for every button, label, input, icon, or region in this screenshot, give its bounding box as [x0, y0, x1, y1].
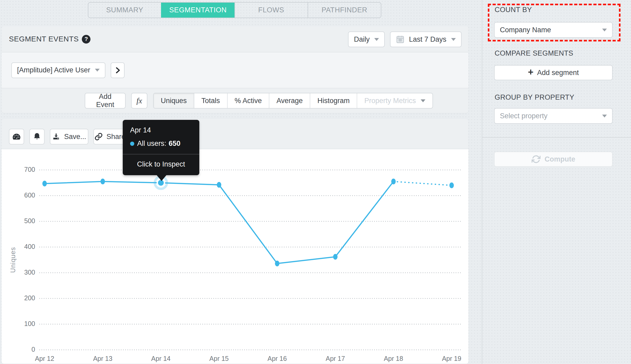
link-icon [94, 132, 103, 141]
event-row: [Amplitude] Active User [2, 52, 468, 88]
date-range-select[interactable]: Last 7 Days [390, 31, 462, 47]
amplitude-dashboard: SUMMARYSEGMENTATIONFLOWSPATHFINDER SEGME… [0, 0, 631, 364]
x-tick-label: Apr 17 [326, 355, 345, 362]
line-chart[interactable]: 0100200300400500600700UniquesApr 12Apr 1… [2, 149, 468, 363]
data-point[interactable] [275, 261, 279, 266]
chart-canvas: 0100200300400500600700UniquesApr 12Apr 1… [2, 149, 468, 363]
chevron-down-icon [602, 115, 607, 117]
tooltip-series-label: All users: [137, 140, 166, 148]
alert-button[interactable] [29, 129, 45, 144]
dashboard-button[interactable] [9, 129, 24, 144]
y-tick-label: 400 [24, 243, 35, 250]
x-tick-label: Apr 18 [384, 355, 403, 362]
compute-button[interactable]: Compute [494, 152, 613, 167]
metric-average[interactable]: Average [269, 93, 310, 108]
tab-segmentation[interactable]: SEGMENTATION [161, 3, 234, 18]
data-point[interactable] [100, 179, 105, 184]
count-by-select[interactable]: Company Name [494, 22, 613, 38]
y-tick-label: 300 [24, 269, 35, 276]
metric-property-metrics[interactable]: Property Metrics [357, 93, 432, 108]
chevron-right-icon [114, 67, 121, 74]
y-axis-title: Uniques [9, 247, 17, 273]
download-icon [52, 132, 60, 141]
y-tick-label: 200 [24, 294, 35, 302]
add-segment-label: Add segment [537, 69, 579, 77]
x-tick-label: Apr 15 [209, 355, 229, 362]
event-name: [Amplitude] Active User [17, 66, 90, 74]
refresh-icon [532, 155, 541, 164]
chart-tooltip[interactable]: Apr 14 All users: 650 Click to Inspect [123, 120, 199, 175]
group-by-placeholder: Select property [500, 112, 548, 120]
data-point[interactable] [391, 179, 396, 184]
bell-icon [33, 132, 41, 141]
tooltip-value: 650 [169, 140, 180, 148]
header-controls: Daily Last 7 Days [348, 31, 462, 47]
group-by-label: GROUP BY PROPERTY [495, 93, 574, 101]
metric-toggle-group: UniquesTotals% ActiveAverageHistogramPro… [153, 93, 433, 109]
x-tick-label: Apr 12 [35, 355, 54, 362]
chevron-down-icon [95, 69, 100, 72]
series-dot-icon [130, 142, 134, 146]
chevron-down-icon [374, 38, 379, 41]
chart-panel: Save... Share 0100200300400500600700Uniq… [2, 119, 468, 364]
data-point[interactable] [217, 182, 221, 188]
panel-header: SEGMENT EVENTS ? Daily Last 7 Days [2, 26, 468, 52]
chevron-down-icon [421, 99, 425, 102]
metric--active[interactable]: % Active [227, 93, 269, 108]
tab-summary[interactable]: SUMMARY [88, 3, 161, 18]
y-tick-label: 600 [24, 191, 35, 199]
series-line [45, 181, 393, 264]
metric-uniques[interactable]: Uniques [154, 93, 194, 108]
save-label: Save... [64, 133, 86, 141]
help-icon[interactable]: ? [82, 35, 90, 44]
compute-label: Compute [545, 155, 575, 163]
calendar-icon [396, 35, 405, 44]
metric-histogram[interactable]: Histogram [310, 93, 357, 108]
formula-button[interactable]: fx [131, 93, 147, 109]
tooltip-series-row: All users: 650 [130, 140, 192, 148]
y-tick-label: 0 [31, 346, 35, 353]
metrics-row: Add Event fx UniquesTotals% ActiveAverag… [2, 88, 468, 113]
page-title: SEGMENT EVENTS [9, 35, 79, 43]
interval-value: Daily [354, 35, 370, 44]
y-tick-label: 100 [24, 320, 35, 327]
gauge-icon [12, 132, 21, 141]
chart-toolbar: Save... Share [2, 119, 468, 149]
share-button[interactable]: Share [93, 129, 126, 144]
sidebar-section-divider [482, 137, 631, 138]
interval-select[interactable]: Daily [348, 31, 385, 47]
tab-pathfinder[interactable]: PATHFINDER [308, 3, 381, 18]
tooltip-caret [156, 175, 167, 181]
view-tabs: SUMMARYSEGMENTATIONFLOWSPATHFINDER [88, 2, 381, 18]
data-point[interactable] [42, 181, 47, 186]
count-by-label: COUNT BY [495, 6, 532, 14]
data-point[interactable] [450, 183, 454, 188]
y-tick-label: 500 [24, 217, 35, 224]
tab-flows[interactable]: FLOWS [234, 3, 308, 18]
count-by-value: Company Name [500, 26, 551, 34]
expand-event-button[interactable] [111, 62, 125, 78]
date-range-value: Last 7 Days [409, 35, 446, 44]
tooltip-inspect-hint: Click to Inspect [130, 154, 192, 175]
x-tick-label: Apr 16 [268, 355, 287, 362]
event-select[interactable]: [Amplitude] Active User [11, 62, 105, 78]
group-by-select[interactable]: Select property [494, 108, 613, 124]
x-tick-label: Apr 14 [151, 355, 171, 362]
chevron-down-icon [451, 38, 456, 41]
chevron-down-icon [602, 29, 607, 31]
add-event-button[interactable]: Add Event [85, 93, 126, 109]
y-tick-label: 700 [24, 166, 35, 173]
compare-segments-label: COMPARE SEGMENTS [495, 49, 573, 57]
x-tick-label: Apr 19 [442, 355, 461, 362]
x-tick-label: Apr 13 [93, 355, 113, 362]
segment-events-panel: SEGMENT EVENTS ? Daily Last 7 Days [2, 26, 468, 113]
add-segment-button[interactable]: + Add segment [494, 65, 613, 80]
sidebar-divider [482, 0, 482, 364]
series-line-projected [393, 181, 452, 185]
tooltip-date: Apr 14 [130, 126, 192, 134]
save-button[interactable]: Save... [50, 129, 88, 144]
data-point[interactable] [333, 254, 338, 260]
metric-totals[interactable]: Totals [194, 93, 227, 108]
